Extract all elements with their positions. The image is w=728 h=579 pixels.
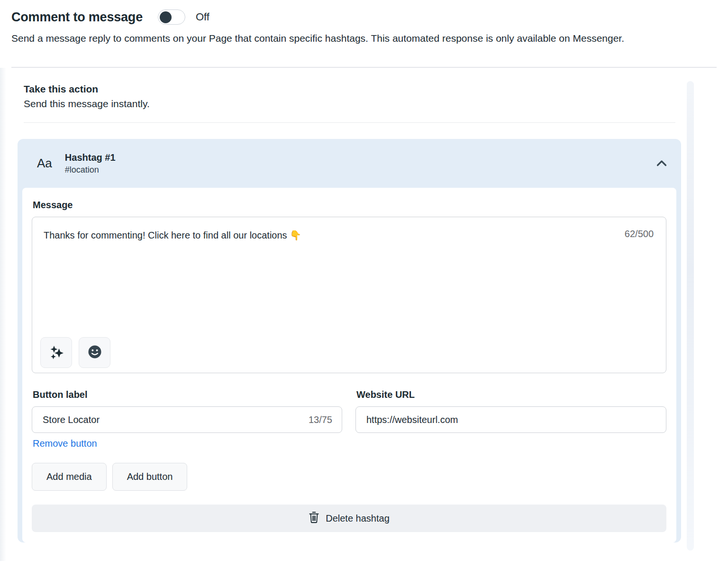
add-button-button[interactable]: Add button	[112, 463, 188, 491]
delete-hashtag-button[interactable]: Delete hashtag	[32, 505, 666, 532]
button-label-counter: 13/75	[309, 414, 332, 425]
emoji-smiley-icon	[87, 344, 103, 361]
text-format-icon: Aa	[37, 156, 52, 171]
comment-to-message-header: Comment to message Off Send a message re…	[0, 0, 728, 68]
hashtag-card-title: Hashtag #1	[65, 152, 116, 163]
ai-rewrite-button[interactable]	[40, 337, 72, 368]
toggle-state-label: Off	[196, 11, 209, 23]
delete-hashtag-label: Delete hashtag	[326, 513, 390, 524]
emoji-picker-button[interactable]	[79, 337, 110, 368]
scrollbar[interactable]	[687, 81, 694, 551]
page-title: Comment to message	[11, 10, 143, 25]
website-url-inputbox	[355, 406, 666, 433]
button-label-input[interactable]	[43, 414, 303, 425]
settings-content: Take this action Send this message insta…	[0, 68, 728, 542]
button-label-label: Button label	[33, 389, 342, 400]
page-description: Send a message reply to comments on your…	[11, 31, 717, 45]
collapse-card-button[interactable]	[654, 157, 669, 170]
ai-sparkles-icon	[49, 344, 64, 361]
comment-to-message-toggle[interactable]	[158, 9, 185, 25]
trash-icon	[309, 511, 319, 526]
message-char-counter: 62/500	[625, 229, 654, 239]
chevron-up-icon	[656, 159, 667, 168]
section-divider	[24, 122, 675, 123]
remove-button-link[interactable]: Remove button	[33, 438, 97, 449]
take-action-subtitle: Send this message instantly.	[24, 98, 728, 110]
hashtag-card-body: Message Thanks for commenting! Click her…	[22, 188, 676, 542]
hashtag-card: Aa Hashtag #1 #location Message Thanks f…	[18, 139, 681, 542]
message-label: Message	[33, 200, 666, 211]
toggle-knob	[160, 11, 172, 23]
take-action-section: Take this action Send this message insta…	[24, 83, 728, 110]
hashtag-card-subtitle: #location	[65, 165, 116, 175]
take-action-title: Take this action	[24, 83, 728, 95]
website-url-label: Website URL	[356, 389, 666, 400]
message-text: Thanks for commenting! Click here to fin…	[44, 229, 565, 242]
left-edge-shadow	[0, 68, 6, 561]
website-url-input[interactable]	[366, 414, 656, 425]
add-media-button[interactable]: Add media	[32, 463, 107, 491]
button-label-inputbox: 13/75	[32, 406, 342, 433]
message-textarea[interactable]: Thanks for commenting! Click here to fin…	[32, 217, 666, 373]
hashtag-card-header[interactable]: Aa Hashtag #1 #location	[18, 139, 681, 188]
